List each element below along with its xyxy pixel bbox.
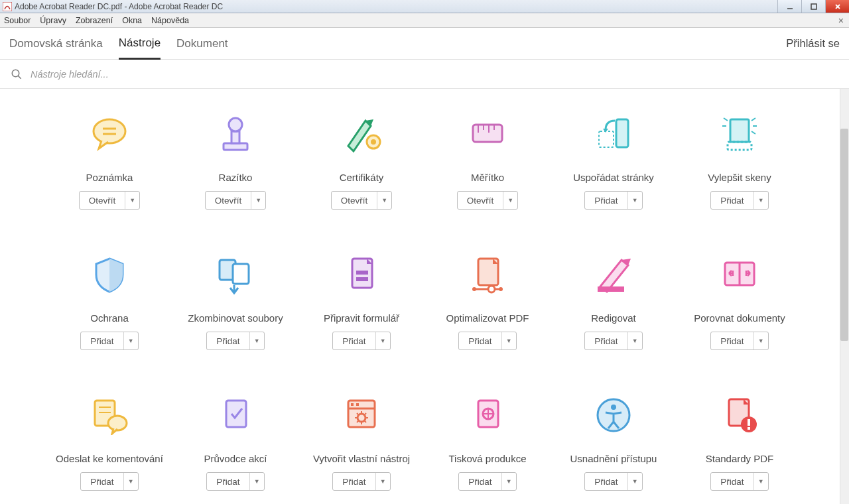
chevron-down-icon[interactable]: ▼ bbox=[375, 473, 390, 490]
chevron-down-icon[interactable]: ▼ bbox=[501, 473, 516, 490]
cert-icon bbox=[337, 109, 386, 158]
window-controls bbox=[777, 0, 849, 13]
compare-icon bbox=[715, 249, 764, 298]
search-input[interactable] bbox=[31, 69, 838, 80]
tool-action-label: Přidat bbox=[585, 332, 627, 349]
tool-action-button[interactable]: Přidat▼ bbox=[710, 472, 768, 491]
close-button[interactable] bbox=[825, 0, 849, 13]
tool-action-label: Otevřít bbox=[206, 192, 251, 209]
tool-action-button[interactable]: Přidat▼ bbox=[80, 332, 138, 350]
tool-card-odeslat[interactable]: Odeslat ke komentováníPřidat▼ bbox=[46, 390, 172, 491]
tool-label: Průvodce akcí bbox=[204, 446, 267, 472]
tool-card-ochrana[interactable]: OchranaPřidat▼ bbox=[46, 249, 172, 350]
chevron-down-icon[interactable]: ▼ bbox=[125, 192, 139, 209]
comment-icon bbox=[85, 109, 134, 158]
tool-action-button[interactable]: Přidat▼ bbox=[710, 191, 768, 210]
maximize-button[interactable] bbox=[801, 0, 825, 13]
chevron-down-icon[interactable]: ▼ bbox=[375, 332, 390, 349]
tool-action-button[interactable]: Přidat▼ bbox=[584, 472, 642, 491]
stamp-icon bbox=[211, 109, 260, 158]
nav-tabbar: Domovská stránka Nástroje Dokument Přihl… bbox=[0, 28, 849, 60]
svg-line-6 bbox=[18, 76, 21, 79]
chevron-down-icon[interactable]: ▼ bbox=[501, 332, 516, 349]
tool-action-button[interactable]: Přidat▼ bbox=[458, 472, 516, 491]
menu-zobrazeni[interactable]: Zobrazení bbox=[76, 16, 113, 25]
tool-action-label: Přidat bbox=[459, 332, 501, 349]
tool-action-label: Přidat bbox=[585, 473, 627, 490]
tab-tools[interactable]: Nástroje bbox=[119, 29, 161, 60]
tool-action-button[interactable]: Otevřít▼ bbox=[79, 191, 141, 210]
chevron-down-icon[interactable]: ▼ bbox=[753, 192, 768, 209]
tool-action-button[interactable]: Otevřít▼ bbox=[457, 191, 519, 210]
tool-card-tiskova[interactable]: Tisková produkcePřidat▼ bbox=[424, 390, 551, 491]
signin-link[interactable]: Přihlásit se bbox=[786, 37, 840, 50]
tool-card-redigovat[interactable]: RedigovatPřidat▼ bbox=[551, 249, 677, 350]
chevron-down-icon[interactable]: ▼ bbox=[627, 192, 642, 209]
tool-label: Ochrana bbox=[90, 305, 129, 332]
tool-card-meritko[interactable]: MěřítkoOtevřít▼ bbox=[424, 109, 551, 210]
chevron-down-icon[interactable]: ▼ bbox=[377, 192, 391, 209]
tool-label: Redigovat bbox=[591, 305, 636, 332]
tool-card-porovnat[interactable]: Porovnat dokumentyPřidat▼ bbox=[677, 249, 803, 350]
chevron-down-icon[interactable]: ▼ bbox=[123, 332, 138, 349]
combine-icon bbox=[211, 249, 260, 298]
tool-action-button[interactable]: Přidat▼ bbox=[584, 332, 642, 350]
tool-label: Odeslat ke komentování bbox=[56, 446, 163, 472]
tool-card-vytvorit[interactable]: Vytvořit vlastní nástrojPřidat▼ bbox=[298, 390, 424, 491]
tool-action-label: Přidat bbox=[711, 192, 753, 209]
scrollbar-thumb[interactable] bbox=[840, 129, 848, 341]
tool-action-button[interactable]: Přidat▼ bbox=[206, 332, 264, 350]
tool-action-button[interactable]: Přidat▼ bbox=[710, 332, 768, 350]
chevron-down-icon[interactable]: ▼ bbox=[123, 473, 138, 490]
tool-action-button[interactable]: Přidat▼ bbox=[458, 332, 516, 350]
chevron-down-icon[interactable]: ▼ bbox=[249, 332, 264, 349]
tab-close-icon[interactable]: × bbox=[838, 15, 844, 26]
tool-action-button[interactable]: Přidat▼ bbox=[332, 472, 390, 491]
minimize-button[interactable] bbox=[777, 0, 801, 13]
menu-upravy[interactable]: Úpravy bbox=[40, 16, 66, 25]
chevron-down-icon[interactable]: ▼ bbox=[503, 192, 517, 209]
tool-action-button[interactable]: Přidat▼ bbox=[206, 472, 264, 491]
tool-card-vylepsit[interactable]: Vylepšit skenyPřidat▼ bbox=[677, 109, 803, 210]
tool-action-button[interactable]: Přidat▼ bbox=[584, 191, 642, 210]
tools-canvas: PoznámkaOtevřít▼RazítkoOtevřít▼Certifiká… bbox=[0, 89, 849, 504]
chevron-down-icon[interactable]: ▼ bbox=[627, 473, 642, 490]
tool-label: Poznámka bbox=[86, 164, 133, 191]
tool-card-standardy[interactable]: Standardy PDFPřidat▼ bbox=[677, 390, 803, 491]
tool-card-pripravit[interactable]: Připravit formulářPřidat▼ bbox=[298, 249, 424, 350]
tool-card-poznamka[interactable]: PoznámkaOtevřít▼ bbox=[46, 109, 172, 210]
tool-card-zkombinovat[interactable]: Zkombinovat souboryPřidat▼ bbox=[172, 249, 298, 350]
chevron-down-icon[interactable]: ▼ bbox=[753, 473, 768, 490]
chevron-down-icon[interactable]: ▼ bbox=[251, 192, 265, 209]
tool-action-button[interactable]: Přidat▼ bbox=[80, 472, 138, 491]
tool-action-label: Přidat bbox=[207, 473, 249, 490]
tool-label: Certifikáty bbox=[340, 164, 384, 191]
menu-okna[interactable]: Okna bbox=[122, 16, 142, 25]
tool-action-button[interactable]: Otevřít▼ bbox=[205, 191, 267, 210]
tool-card-razitko[interactable]: RazítkoOtevřít▼ bbox=[172, 109, 298, 210]
tool-action-label: Přidat bbox=[81, 332, 123, 349]
tool-card-usnadneni[interactable]: Usnadnění přístupuPřidat▼ bbox=[551, 390, 677, 491]
menu-napoveda[interactable]: Nápověda bbox=[151, 16, 189, 25]
tool-action-label: Přidat bbox=[585, 192, 627, 209]
tool-action-button[interactable]: Otevřít▼ bbox=[331, 191, 393, 210]
acrobat-icon bbox=[3, 2, 12, 11]
tool-card-usporadat[interactable]: Uspořádat stránkyPřidat▼ bbox=[551, 109, 677, 210]
scrollbar[interactable] bbox=[840, 89, 849, 504]
optimize-icon bbox=[463, 249, 512, 298]
tab-home[interactable]: Domovská stránka bbox=[9, 29, 103, 58]
chevron-down-icon[interactable]: ▼ bbox=[753, 332, 768, 349]
chevron-down-icon[interactable]: ▼ bbox=[627, 332, 642, 349]
tool-card-optimalizovat[interactable]: Optimalizovat PDFPřidat▼ bbox=[424, 249, 551, 350]
tool-label: Porovnat dokumenty bbox=[694, 305, 785, 332]
tool-card-pruvodce[interactable]: Průvodce akcíPřidat▼ bbox=[172, 390, 298, 491]
print-icon bbox=[463, 390, 512, 439]
tool-card-certifikaty[interactable]: CertifikátyOtevřít▼ bbox=[298, 109, 424, 210]
form-icon bbox=[337, 249, 386, 298]
standards-icon bbox=[715, 390, 764, 439]
tab-document[interactable]: Dokument bbox=[176, 29, 228, 58]
tool-action-button[interactable]: Přidat▼ bbox=[332, 332, 390, 350]
chevron-down-icon[interactable]: ▼ bbox=[249, 473, 264, 490]
tool-action-label: Otevřít bbox=[332, 192, 377, 209]
menu-soubor[interactable]: Soubor bbox=[4, 16, 31, 25]
